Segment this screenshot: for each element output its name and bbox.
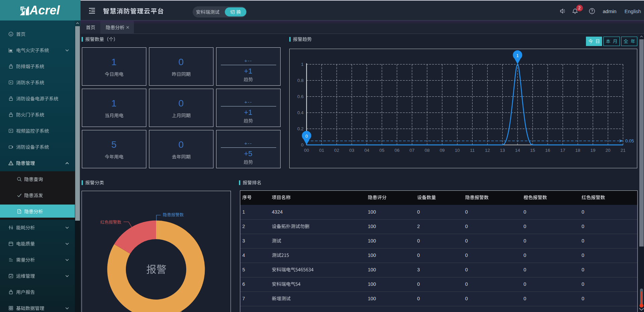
svg-text:18: 18 xyxy=(575,147,580,152)
svg-text:21: 21 xyxy=(621,147,626,152)
svg-text:17: 17 xyxy=(560,147,565,152)
svg-text:06: 06 xyxy=(394,147,399,152)
svg-text:10: 10 xyxy=(455,147,460,152)
svg-text:12: 12 xyxy=(485,147,490,152)
svg-text:0: 0 xyxy=(301,142,303,147)
svg-text:0.8: 0.8 xyxy=(297,78,303,83)
svg-text:15: 15 xyxy=(530,147,535,152)
svg-text:1: 1 xyxy=(516,53,518,58)
svg-text:05: 05 xyxy=(379,147,384,152)
svg-text:01: 01 xyxy=(319,147,324,152)
svg-text:14: 14 xyxy=(515,147,520,152)
svg-text:19: 19 xyxy=(590,147,595,152)
svg-text:16: 16 xyxy=(545,147,550,152)
svg-text:1: 1 xyxy=(301,62,303,67)
svg-text:02: 02 xyxy=(334,147,339,152)
svg-text:0.05: 0.05 xyxy=(625,138,634,143)
svg-text:07: 07 xyxy=(409,147,414,152)
svg-text:0.6: 0.6 xyxy=(297,94,303,99)
svg-text:0: 0 xyxy=(305,134,307,139)
svg-text:04: 04 xyxy=(364,147,369,152)
svg-text:13: 13 xyxy=(500,147,505,152)
svg-text:0.4: 0.4 xyxy=(297,110,303,115)
svg-text:09: 09 xyxy=(440,147,445,152)
svg-text:00: 00 xyxy=(304,147,309,152)
svg-text:0.2: 0.2 xyxy=(297,126,303,131)
svg-text:08: 08 xyxy=(425,147,430,152)
svg-text:03: 03 xyxy=(349,147,354,152)
svg-text:20: 20 xyxy=(605,147,610,152)
svg-text:11: 11 xyxy=(470,147,475,152)
